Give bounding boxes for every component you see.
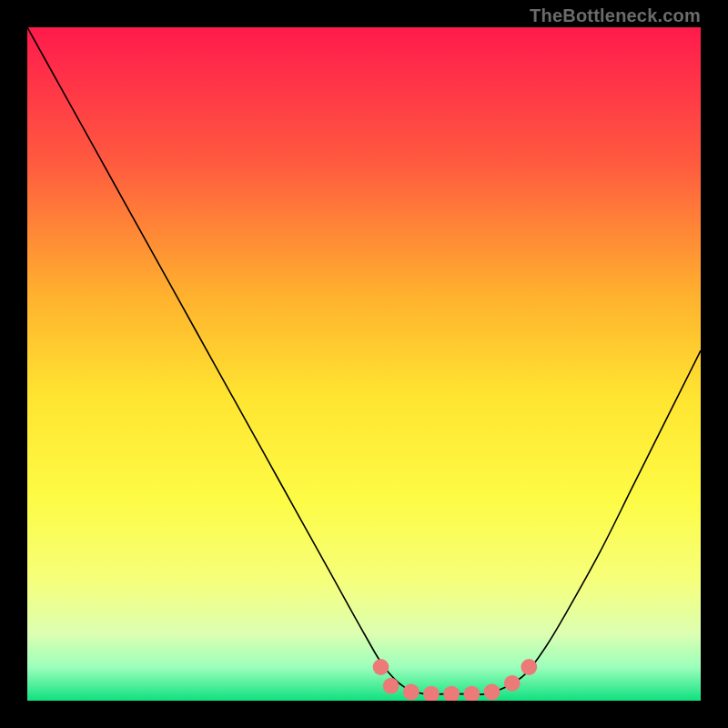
optimal-zone-marker: [383, 678, 399, 694]
optimal-zone-marker: [403, 684, 420, 701]
gradient-background: [27, 27, 701, 701]
optimal-zone-marker: [373, 659, 389, 675]
watermark-text: TheBottleneck.com: [530, 5, 701, 26]
optimal-zone-marker: [521, 659, 537, 675]
optimal-zone-marker: [484, 684, 500, 701]
bottleneck-curve-chart: [27, 27, 701, 701]
optimal-zone-marker: [504, 675, 521, 692]
plot-area: [27, 27, 701, 701]
chart-frame: TheBottleneck.com: [0, 0, 728, 728]
